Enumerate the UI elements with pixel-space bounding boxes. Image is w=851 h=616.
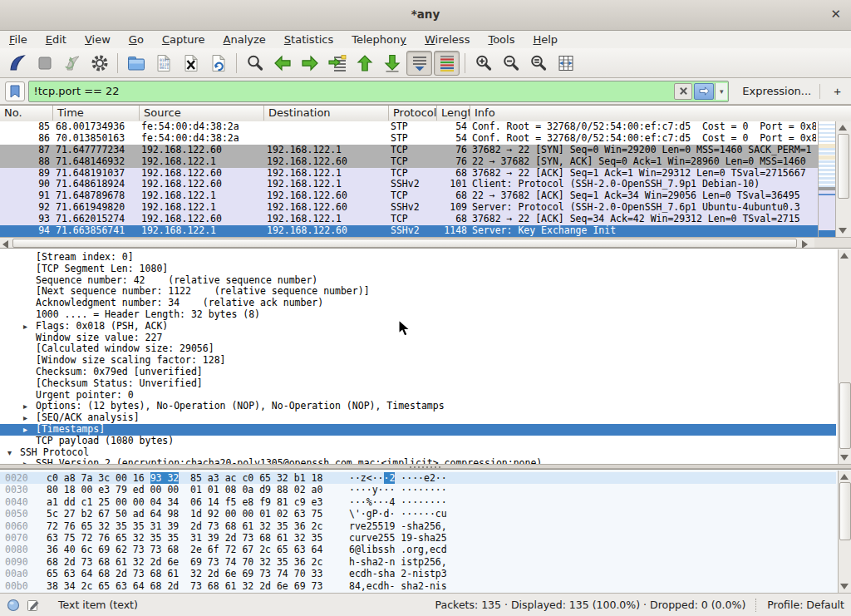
menu-view[interactable]: View [76,31,120,48]
hex-row-0030[interactable]: 003080 18 00 e3 79 ed 00 00 01 01 08 0a … [0,484,836,495]
scroll-down-icon[interactable] [840,584,849,589]
detail-line[interactable]: ▸[Timestamps] [0,424,836,436]
detail-line[interactable]: 1000 .... = Header Length: 32 bytes (8) [0,309,836,321]
detail-line[interactable]: [TCP Segment Len: 1080] [0,264,836,275]
expression-button[interactable]: Expression... [742,85,811,97]
detail-line[interactable]: Acknowledgment number: 34 (relative ack … [0,298,836,309]
column-header-protocol[interactable]: Protocol [389,106,437,121]
capture-stop-button[interactable] [32,51,57,76]
scroll-down-icon[interactable] [839,228,847,234]
packet-row-88[interactable]: 8871.648146932192.168.122.1192.168.122.6… [0,156,818,168]
menu-edit[interactable]: Edit [37,31,76,48]
expert-info-icon[interactable] [7,598,22,613]
hex-row-0050[interactable]: 00505c 27 b2 67 50 ad 64 98 1d 92 00 00 … [0,508,836,520]
packet-row-86[interactable]: 8670.013850163fe:54:00:d4:38:2aSTP54Conf… [0,133,818,145]
detail-line[interactable]: Sequence number: 42 (relative sequence n… [0,275,836,287]
hex-row-0060[interactable]: 006072 76 65 32 35 35 31 39 2d 73 68 61 … [0,520,836,532]
scroll-up-icon[interactable] [840,253,849,259]
menu-help[interactable]: Help [524,31,567,48]
column-header-destination[interactable]: Destination [264,106,389,121]
expander-closed-icon[interactable]: ▸ [23,412,27,424]
file-save-button[interactable]: 010101100011 [150,51,176,76]
details-vscrollbar[interactable] [838,249,851,464]
packet-row-92[interactable]: 9271.661949820192.168.122.1192.168.122.6… [0,202,818,214]
resize-columns-button[interactable] [553,51,578,76]
go-to-packet-button[interactable] [324,51,350,76]
capture-start-button[interactable] [4,51,30,76]
detail-line[interactable]: ▸SSH Version 2 (encryption:chacha20-poly… [0,458,836,464]
menu-file[interactable]: File [0,31,37,48]
filter-bookmark-button[interactable] [5,81,25,101]
expander-closed-icon[interactable]: ▸ [23,458,27,464]
detail-line[interactable]: Window size value: 227 [0,333,836,344]
colorize-button[interactable] [434,51,460,76]
column-header-length[interactable]: Length [437,106,470,121]
detail-line[interactable]: [Calculated window size: 29056] [0,343,836,355]
packet-row-93[interactable]: 9371.662015274192.168.122.60192.168.122.… [0,214,818,225]
menu-telephony[interactable]: Telephony [342,31,416,48]
detail-line[interactable]: ▾SSH Protocol [0,447,836,459]
scroll-thumb[interactable] [838,134,849,199]
detail-line[interactable]: [Next sequence number: 1122 (relative se… [0,286,836,298]
detail-line[interactable]: [Checksum Status: Unverified] [0,378,836,390]
go-back-button[interactable] [269,51,295,76]
expander-open-icon[interactable]: ▾ [7,447,12,459]
go-forward-button[interactable] [297,51,322,76]
menu-tools[interactable]: Tools [479,31,524,48]
hex-row-0080[interactable]: 008036 40 6c 69 62 73 73 68 2e 6f 72 67 … [0,544,836,555]
detail-line[interactable]: [Stream index: 0] [0,252,836,264]
detail-line[interactable]: Checksum: 0x79ed [unverified] [0,367,836,378]
packet-list-vscrollbar[interactable] [835,121,851,237]
hex-row-0070[interactable]: 007063 75 72 76 65 32 35 35 31 39 2d 73 … [0,532,836,544]
filter-clear-button[interactable] [674,83,692,100]
column-header-source[interactable]: Source [140,106,264,121]
scroll-up-icon[interactable] [840,474,849,480]
capture-restart-button[interactable] [59,51,85,76]
menu-statistics[interactable]: Statistics [275,31,342,48]
detail-line[interactable]: [Window size scaling factor: 128] [0,355,836,367]
detail-line[interactable]: TCP payload (1080 bytes) [0,436,836,447]
status-profile[interactable]: Profile: Default [767,599,844,611]
capture-options-button[interactable] [86,51,112,76]
file-open-button[interactable] [123,51,149,76]
detail-line[interactable]: ▸[SEQ/ACK analysis] [0,412,836,424]
go-first-button[interactable] [352,51,377,76]
detail-line[interactable]: ▸Options: (12 bytes), No-Operation (NOP)… [0,401,836,412]
find-packet-button[interactable] [242,51,268,76]
detail-line[interactable]: Urgent pointer: 0 [0,390,836,402]
packet-list-hscrollbar[interactable] [0,237,814,249]
packet-row-89[interactable]: 8971.648191037192.168.122.60192.168.122.… [0,168,818,180]
filter-add-button[interactable]: + [829,84,846,98]
scroll-down-icon[interactable] [840,455,849,461]
menu-analyze[interactable]: Analyze [214,31,275,48]
hex-row-0090[interactable]: 009068 2d 73 68 61 32 2d 6e 69 73 74 70 … [0,556,836,568]
packet-row-90[interactable]: 9071.648618924192.168.122.60192.168.122.… [0,179,818,190]
file-close-button[interactable] [178,51,204,76]
hex-row-0020[interactable]: 0020c0 a8 7a 3c 00 16 93 32 85 a3 ac c0 … [0,472,836,484]
go-last-button[interactable] [379,51,405,76]
window-close-button[interactable]: ✕ [830,7,841,22]
scroll-up-icon[interactable] [839,125,847,131]
expander-closed-icon[interactable]: ▸ [23,321,27,333]
scroll-thumb[interactable] [12,239,797,248]
menu-go[interactable]: Go [120,31,153,48]
menu-wireless[interactable]: Wireless [416,31,479,48]
capture-comment-icon[interactable] [27,598,42,613]
auto-scroll-button[interactable] [406,51,432,76]
expander-closed-icon[interactable]: ▸ [23,401,27,412]
scroll-thumb[interactable] [839,482,851,540]
packet-row-94[interactable]: 9471.663856741192.168.122.1192.168.122.6… [0,225,818,237]
hex-vscrollbar[interactable] [838,471,851,593]
column-header-no[interactable]: No. [0,106,53,121]
filter-input[interactable] [29,83,674,100]
hex-row-0040[interactable]: 0040a1 dd c1 25 00 00 04 34 06 14 f5 e8 … [0,496,836,508]
detail-line[interactable]: ▸Flags: 0x018 (PSH, ACK) [0,321,836,333]
zoom-out-button[interactable] [498,51,524,76]
filter-apply-button[interactable] [694,83,714,100]
column-header-info[interactable]: Info [470,106,836,121]
zoom-in-button[interactable] [470,51,496,76]
packet-row-87[interactable]: 8771.647777234192.168.122.60192.168.122.… [0,145,818,156]
zoom-100-button[interactable] [525,51,551,76]
packet-row-91[interactable]: 9171.648789678192.168.122.1192.168.122.6… [0,190,818,202]
hex-row-00a0[interactable]: 00a065 63 64 68 2d 73 68 61 32 2d 6e 69 … [0,568,836,579]
